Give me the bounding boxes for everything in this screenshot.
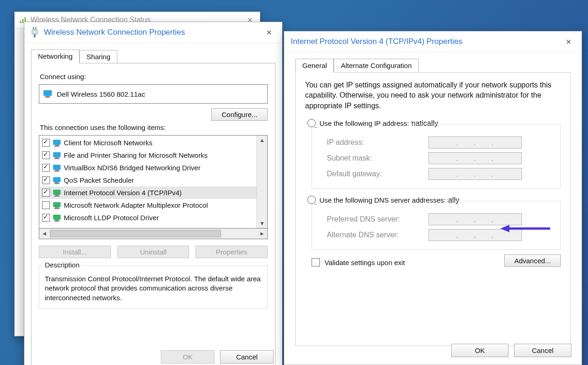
svg-rect-7 (43, 90, 52, 96)
props-ok-button[interactable]: OK (161, 350, 214, 364)
default-gateway-input: ... (429, 168, 522, 180)
subnet-mask-label: Subnet mask: (327, 154, 429, 162)
scroll-down-arrow[interactable]: ▼ (257, 219, 267, 228)
items-scrollbar-horizontal[interactable]: ◄ ► (39, 229, 268, 239)
connection-item[interactable]: File and Printer Sharing for Microsoft N… (40, 149, 257, 161)
ipv4-cancel-button[interactable]: Cancel (514, 344, 571, 357)
install-button[interactable]: Install... (39, 246, 111, 258)
svg-rect-17 (55, 170, 59, 171)
protocol-icon (53, 164, 62, 172)
items-scrollbar-vertical[interactable]: ▲ ▼ (257, 136, 267, 228)
alternate-dns-input: ... (429, 229, 522, 241)
ipv4-ok-button[interactable]: OK (451, 344, 508, 357)
validate-checkbox[interactable] (312, 258, 320, 266)
advanced-button[interactable]: Advanced... (504, 254, 561, 267)
svg-rect-24 (54, 196, 60, 197)
properties-button[interactable]: Properties (196, 246, 268, 258)
protocol-icon (53, 139, 62, 147)
description-text: Transmission Control Protocol/Internet P… (45, 274, 262, 303)
connection-item[interactable]: VirtualBox NDIS6 Bridged Networking Driv… (40, 161, 257, 174)
ipv4-titlebar[interactable]: Internet Protocol Version 4 (TCP/IPv4) P… (284, 31, 582, 52)
item-checkbox[interactable] (42, 176, 50, 184)
protocol-icon (53, 214, 62, 222)
scroll-thumb[interactable] (50, 230, 221, 237)
item-label: Microsoft Network Adapter Multiplexor Pr… (64, 201, 208, 209)
connection-item[interactable]: QoS Packet Scheduler (40, 174, 257, 186)
adapter-name: Dell Wireless 1560 802.11ac (57, 90, 145, 98)
props-title: Wireless Network Connection Properties (44, 28, 263, 37)
props-titlebar[interactable]: Wireless Network Connection Properties × (24, 22, 282, 43)
svg-rect-5 (32, 30, 37, 34)
props-close-button[interactable]: × (263, 26, 276, 39)
uninstall-button[interactable]: Uninstall (117, 246, 190, 258)
protocol-icon (53, 189, 62, 197)
subnet-mask-input: ... (429, 152, 522, 164)
svg-rect-26 (55, 207, 59, 208)
connection-items-list[interactable]: Client for Microsoft NetworksFile and Pr… (39, 135, 268, 229)
item-checkbox[interactable] (42, 201, 50, 209)
scroll-up-arrow[interactable]: ▲ (257, 136, 267, 145)
svg-rect-0 (20, 21, 21, 23)
svg-rect-15 (54, 158, 60, 159)
default-gateway-label: Default gateway: (327, 170, 429, 178)
svg-rect-25 (53, 202, 61, 207)
svg-rect-28 (53, 215, 61, 220)
connection-item[interactable]: Client for Microsoft Networks (40, 136, 257, 149)
connection-properties-window: Wireless Network Connection Properties ×… (24, 22, 282, 365)
radio-ip-manual[interactable] (307, 119, 316, 127)
tab-general[interactable]: General (295, 59, 334, 73)
ipv4-info-text: You can get IP settings assigned automat… (305, 80, 561, 111)
svg-rect-21 (54, 183, 60, 184)
svg-rect-14 (55, 157, 59, 158)
validate-label: Validate settings upon exit (325, 259, 405, 266)
item-label: QoS Packet Scheduler (64, 176, 134, 184)
ip-address-label: IP address: (327, 138, 429, 147)
item-label: VirtualBox NDIS6 Bridged Networking Driv… (64, 164, 201, 172)
props-tabstrip: Networking Sharing (31, 49, 282, 63)
connection-item[interactable]: Microsoft LLDP Protocol Driver (40, 211, 257, 224)
props-cancel-button[interactable]: Cancel (220, 350, 274, 364)
svg-rect-16 (53, 165, 61, 170)
networking-panel: Connect using: Dell Wireless 1560 802.11… (31, 63, 276, 365)
svg-rect-12 (54, 146, 60, 147)
connection-item[interactable]: Microsoft Network Adapter Multiplexor Pr… (40, 199, 257, 211)
item-checkbox[interactable] (42, 151, 50, 159)
tab-networking[interactable]: Networking (31, 49, 80, 63)
description-legend: Description (43, 261, 81, 269)
general-panel: You can get IP settings assigned automat… (295, 72, 570, 346)
svg-rect-10 (53, 140, 61, 145)
item-label: Microsoft LLDP Protocol Driver (64, 214, 159, 222)
radio-dns-manual[interactable] (307, 196, 316, 204)
svg-rect-9 (45, 97, 50, 98)
svg-rect-23 (55, 195, 59, 196)
tab-sharing[interactable]: Sharing (80, 50, 117, 63)
scroll-track[interactable] (49, 229, 257, 239)
scroll-right-arrow[interactable]: ► (257, 230, 267, 237)
protocol-icon (53, 176, 62, 185)
ipv4-close-button[interactable]: × (562, 36, 575, 48)
adapter-box[interactable]: Dell Wireless 1560 802.11ac (39, 84, 268, 104)
connect-using-label: Connect using: (40, 73, 267, 80)
radio-ip-manual-label: Use the following IP address: (319, 119, 409, 127)
svg-rect-4 (35, 27, 37, 30)
ip-manual-group: Use the following IP address: IP address… (312, 124, 561, 189)
item-checkbox[interactable] (42, 139, 50, 147)
dns-manual-group: Use the following DNS server addresses: … (312, 201, 561, 250)
item-checkbox[interactable] (42, 189, 50, 197)
svg-rect-27 (54, 208, 60, 209)
connection-item[interactable]: Internet Protocol Version 4 (TCP/IPv4) (40, 186, 257, 199)
item-label: File and Printer Sharing for Microsoft N… (64, 151, 208, 159)
svg-rect-13 (53, 152, 61, 157)
item-checkbox[interactable] (42, 214, 50, 222)
scroll-left-arrow[interactable]: ◄ (39, 230, 49, 237)
svg-rect-6 (34, 34, 36, 37)
item-checkbox[interactable] (42, 164, 50, 172)
preferred-dns-label: Preferred DNS server: (327, 215, 429, 223)
radio-dns-manual-label: Use the following DNS server addresses: (319, 196, 446, 204)
ip-address-input: ... (429, 136, 522, 148)
tab-alternate-configuration[interactable]: Alternate Configuration (334, 59, 418, 73)
configure-button[interactable]: Configure... (211, 108, 268, 121)
svg-rect-11 (55, 145, 59, 146)
network-adapter-icon (43, 90, 53, 98)
svg-rect-3 (33, 27, 34, 30)
